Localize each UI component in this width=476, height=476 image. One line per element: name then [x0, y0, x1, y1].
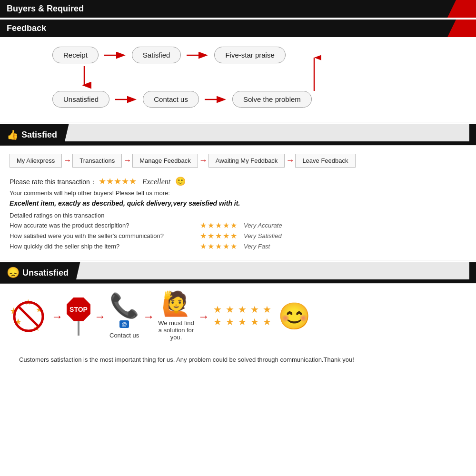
thumbs-up-icon: 👍	[7, 129, 19, 140]
sg-star-5: ★	[263, 305, 274, 316]
footer-text: Customers satisfaction is the most impor…	[10, 350, 466, 375]
comments-prompt: Your comments will help other buyers! Pl…	[10, 189, 466, 197]
unsatisfied-section: ★ ★ ★ ★ ★ → STOP	[0, 284, 476, 379]
sg-star-9: ★	[250, 317, 262, 328]
rating-stars-communication: ★★★★★	[200, 231, 238, 240]
nav-step-manage-feedback: Manage Feedback	[132, 154, 198, 168]
satisfied-section: My Aliexpress → Transactions → Manage Fe…	[0, 146, 476, 260]
crossed-stars-icon: ★ ★ ★ ★ ★	[10, 298, 48, 336]
solve-with-arrow: Solve the problem	[232, 91, 312, 108]
nav-arrow-3: →	[199, 156, 208, 166]
unsatisfied-title: Unsatisfied	[22, 268, 69, 278]
sg-star-3: ★	[238, 305, 249, 316]
rating-prompt: Please rate this transaction：	[10, 178, 97, 186]
rating-stars-shipping: ★★★★★	[200, 242, 238, 251]
contact-us-block: 📞 @ Contact us	[109, 294, 139, 339]
rating-label-accuracy: How accurate was the product descripitio…	[10, 222, 200, 229]
svg-line-7	[18, 306, 39, 327]
flow-box-fivestar: Five-star praise	[214, 47, 285, 63]
unsatisfied-section-header: 😞 Unsatisfied	[0, 262, 476, 283]
flow-arrow-2: →	[94, 310, 106, 323]
question-icon: 🙋	[161, 292, 191, 316]
feedback-section-header: Feedback	[0, 20, 476, 37]
flow-top-row: Receipt Satisfied Five-star praise	[52, 47, 286, 63]
arrow-receipt-satisfied	[103, 50, 127, 60]
stars-grid: ★ ★ ★ ★ ★ ★ ★ ★ ★ ★	[213, 305, 274, 328]
rating-value-accuracy: Very Accurate	[244, 222, 282, 229]
detailed-ratings-title: Detailed ratings on this transaction	[10, 212, 466, 219]
flow-box-satisfied: Satisfied	[132, 47, 181, 63]
happy-smiley-icon: 😊	[278, 303, 311, 329]
smiley-icon: 🙂	[175, 177, 186, 186]
nav-step-transactions: Transactions	[72, 154, 122, 168]
rating-stars: ★★★★★	[99, 177, 137, 186]
crossed-stars-block: ★ ★ ★ ★ ★	[10, 298, 48, 336]
sg-star-8: ★	[238, 317, 249, 328]
comments-text: Excellent item, exactly as described, qu…	[10, 199, 466, 207]
satisfied-section-header: 👍 Satisfied	[0, 124, 476, 145]
sg-star-10: ★	[263, 317, 274, 328]
solution-label: We must finda solution foryou.	[158, 319, 194, 341]
main-title-text: Buyers & Required	[7, 4, 84, 14]
flow-box-contact: Contact us	[143, 91, 199, 108]
flow-arrow-3: →	[143, 310, 154, 323]
happy-smiley-block: 😊	[278, 303, 311, 329]
sg-star-6: ★	[213, 317, 225, 328]
feedback-title-text: Feedback	[7, 23, 46, 33]
nav-arrow-4: →	[286, 156, 294, 166]
stop-sign-block: STOP	[67, 298, 90, 336]
nav-steps: My Aliexpress → Transactions → Manage Fe…	[10, 154, 466, 168]
nav-arrow-2: →	[123, 156, 131, 166]
sg-star-2: ★	[226, 305, 237, 316]
arrow-contact-solve	[204, 95, 228, 104]
satisfied-title: Satisfied	[21, 130, 57, 140]
nav-arrow-1: →	[63, 156, 71, 166]
arrow-receipt-down	[52, 65, 91, 89]
sg-star-4: ★	[250, 305, 262, 316]
main-title-bar: Buyers & Required	[0, 0, 476, 18]
flow-diagram: Receipt Satisfied Five-star praise	[14, 47, 462, 108]
arrow-solve-up	[307, 54, 321, 93]
nav-step-awaiting: Awaiting My Feddback	[208, 154, 285, 168]
stop-post	[78, 321, 79, 336]
stop-sign: STOP	[67, 298, 90, 321]
contact-phone-icon: 📞	[109, 294, 139, 317]
nav-step-aliexpress: My Aliexpress	[10, 154, 62, 168]
arrow-unsat-contact	[114, 95, 138, 104]
rating-row-communication: How satisfied were you with the seller's…	[10, 231, 466, 240]
flow-box-receipt: Receipt	[52, 47, 99, 63]
flow-arrow-1: →	[51, 310, 63, 323]
flow-box-solve: Solve the problem	[232, 91, 312, 108]
rating-row-accuracy: How accurate was the product descripitio…	[10, 221, 466, 230]
rating-label-shipping: How quickly did the seller ship the item…	[10, 243, 200, 250]
stars-grid-block: ★ ★ ★ ★ ★ ★ ★ ★ ★ ★	[213, 305, 274, 328]
solution-block: 🙋 We must finda solution foryou.	[158, 292, 194, 341]
rating-row-shipping: How quickly did the seller ship the item…	[10, 242, 466, 251]
contact-label: Contact us	[109, 332, 139, 339]
rating-line: Please rate this transaction： ★★★★★ Exce…	[10, 176, 466, 187]
unsat-flow: ★ ★ ★ ★ ★ → STOP	[10, 292, 466, 341]
sg-star-1: ★	[213, 305, 225, 316]
sg-star-7: ★	[226, 317, 237, 328]
rating-value-shipping: Very Fast	[244, 243, 270, 250]
feedback-flow-section: Receipt Satisfied Five-star praise	[0, 37, 476, 122]
flow-arrow-4: →	[198, 310, 209, 323]
sad-icon: 😞	[7, 267, 20, 279]
rating-stars-accuracy: ★★★★★	[200, 221, 238, 230]
arrow-satisfied-fivestar	[186, 50, 209, 60]
rating-value-communication: Very Satisfied	[244, 232, 282, 239]
at-symbol: @	[119, 320, 129, 328]
excellent-text: Excellent	[142, 178, 171, 186]
flow-box-unsatisfied: Unsatisfied	[52, 91, 109, 108]
no-sign-svg	[10, 298, 48, 336]
flow-bottom-row: Unsatisfied Contact us Solve t	[52, 91, 312, 108]
nav-step-leave-feedback: Leave Feedback	[295, 154, 355, 168]
rating-label-communication: How satisfied were you with the seller's…	[10, 232, 200, 239]
